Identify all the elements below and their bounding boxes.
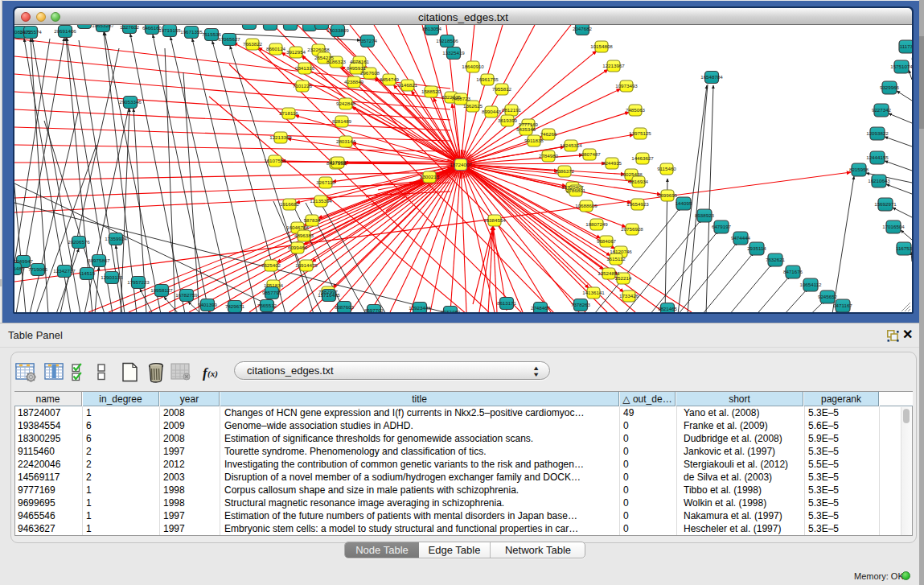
svg-text:4078161: 4078161 (350, 59, 370, 64)
svg-text:10807487: 10807487 (578, 151, 601, 157)
svg-text:16046788: 16046788 (286, 225, 309, 230)
svg-text:10719155: 10719155 (158, 27, 181, 33)
svg-text:5435346: 5435346 (516, 126, 536, 132)
svg-text:12213967: 12213967 (602, 63, 625, 68)
svg-text:17359924: 17359924 (105, 236, 127, 241)
svg-text:9245652: 9245652 (818, 294, 838, 299)
svg-text:16782759: 16782759 (175, 292, 198, 298)
svg-text:3912954: 3912954 (286, 49, 306, 55)
svg-text:16107554: 16107554 (264, 158, 286, 163)
svg-text:0471167: 0471167 (833, 303, 852, 308)
svg-text:2967608: 2967608 (360, 70, 380, 76)
svg-text:7468723: 7468723 (451, 96, 471, 101)
svg-text:15692971: 15692971 (874, 201, 897, 207)
svg-text:2386372: 2386372 (555, 168, 575, 174)
svg-text:116753: 116753 (896, 245, 912, 251)
svg-text:8813054: 8813054 (422, 26, 442, 31)
svg-text:1327602: 1327602 (120, 25, 140, 30)
svg-text:16033809: 16033809 (326, 27, 349, 33)
svg-text:15716485: 15716485 (318, 292, 340, 298)
svg-text:12923448: 12923448 (409, 305, 431, 311)
svg-text:17016504: 17016504 (882, 224, 905, 229)
svg-text:9329966: 9329966 (880, 84, 900, 90)
svg-text:18807249: 18807249 (585, 221, 608, 227)
svg-text:7565512: 7565512 (257, 303, 277, 308)
svg-text:114519: 114519 (79, 270, 96, 276)
svg-text:8186323: 8186323 (326, 59, 347, 64)
svg-text:9146821: 9146821 (398, 82, 418, 88)
svg-text:0932480: 0932480 (441, 309, 461, 312)
svg-text:417008: 417008 (330, 159, 347, 165)
svg-text:1362625: 1362625 (463, 103, 483, 109)
svg-text:23226058: 23226058 (307, 47, 330, 52)
svg-text:(x): (x) (207, 369, 218, 379)
svg-text:20691406: 20691406 (54, 28, 76, 34)
svg-text:12135394: 12135394 (310, 198, 332, 204)
svg-text:2803144: 2803144 (336, 138, 356, 144)
svg-text:9684067: 9684067 (597, 238, 617, 244)
svg-text:8660124: 8660124 (266, 46, 286, 51)
svg-text:0249947: 0249947 (14, 258, 34, 264)
svg-text:18724007: 18724007 (450, 162, 472, 167)
svg-text:7101226: 7101226 (293, 83, 313, 89)
svg-text:252214: 252214 (615, 275, 632, 281)
svg-text:18245314: 18245314 (560, 142, 582, 148)
svg-text:8215958: 8215958 (849, 167, 869, 172)
svg-text:6479197: 6479197 (712, 224, 732, 229)
svg-text:10973493: 10973493 (615, 83, 638, 89)
svg-text:12444155: 12444155 (866, 154, 889, 160)
svg-text:7357274: 7357274 (358, 38, 378, 43)
svg-text:8938923: 8938923 (695, 212, 715, 218)
svg-text:18640910: 18640910 (462, 64, 484, 69)
svg-text:8613171: 8613171 (497, 300, 517, 306)
svg-text:0341316: 0341316 (295, 65, 315, 71)
svg-text:2047682: 2047682 (573, 26, 593, 31)
svg-text:587834: 587834 (304, 217, 321, 223)
svg-text:16914479: 16914479 (295, 262, 318, 268)
svg-text:17957223: 17957223 (127, 279, 150, 285)
svg-text:2784980: 2784980 (539, 153, 559, 159)
svg-text:19671355: 19671355 (180, 29, 203, 35)
svg-text:9227342: 9227342 (872, 107, 892, 113)
svg-text:3267110: 3267110 (316, 179, 335, 185)
svg-text:1916682: 1916682 (280, 201, 300, 207)
svg-text:8597703: 8597703 (364, 307, 384, 312)
svg-text:7632621: 7632621 (766, 257, 786, 262)
svg-text:9115460: 9115460 (657, 166, 676, 171)
svg-text:12213369: 12213369 (269, 134, 292, 140)
svg-text:20756928: 20756928 (621, 226, 643, 232)
svg-text:7663822: 7663822 (243, 41, 263, 47)
svg-text:7955812: 7955812 (492, 86, 512, 92)
svg-text:13975125: 13975125 (629, 130, 651, 136)
svg-text:19384554: 19384554 (483, 217, 506, 223)
svg-text:0812191: 0812191 (502, 107, 522, 113)
svg-text:10154808: 10154808 (590, 43, 613, 49)
svg-text:1051834: 1051834 (264, 282, 284, 288)
svg-text:9401399: 9401399 (198, 302, 218, 307)
svg-text:19654923: 19654923 (626, 201, 649, 207)
svg-text:10688609: 10688609 (575, 203, 598, 208)
svg-text:8087603: 8087603 (335, 304, 355, 310)
svg-text:2300213: 2300213 (420, 174, 440, 179)
svg-text:9821465: 9821465 (658, 306, 678, 311)
svg-text:1588520: 1588520 (421, 89, 441, 94)
svg-text:15751074: 15751074 (890, 64, 912, 69)
svg-text:12903135: 12903135 (101, 274, 123, 280)
svg-text:19218506: 19218506 (436, 38, 458, 43)
svg-text:8281489: 8281489 (332, 118, 352, 124)
svg-text:7429671: 7429671 (225, 303, 245, 309)
svg-text:7625402: 7625402 (261, 262, 281, 268)
svg-text:8454749: 8454749 (380, 76, 400, 82)
svg-text:16961755: 16961755 (476, 76, 499, 82)
svg-text:6099464: 6099464 (288, 245, 308, 250)
svg-text:14463627: 14463627 (631, 155, 654, 161)
svg-text:29053346: 29053346 (119, 99, 142, 105)
svg-text:12093822: 12093822 (866, 130, 889, 136)
svg-text:9911838: 9911838 (524, 138, 544, 143)
svg-text:7719065: 7719065 (28, 266, 48, 272)
svg-text:1733426: 1733426 (619, 293, 639, 299)
svg-text:1746488: 1746488 (14, 266, 25, 271)
svg-text:10654112: 10654112 (799, 282, 822, 287)
svg-text:746266: 746266 (540, 131, 557, 137)
svg-text:16210643: 16210643 (868, 178, 890, 183)
